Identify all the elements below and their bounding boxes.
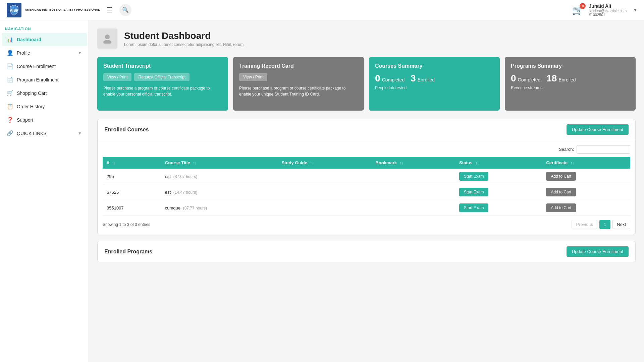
prev-page-button[interactable]: Previous [572, 220, 597, 229]
courses-stat-row: 0 Completed 3 Enrolled [375, 73, 494, 84]
col-bookmark: Bookmark ↑↓ [371, 157, 455, 169]
user-id: #1002501 [589, 13, 605, 17]
avatar [97, 28, 117, 49]
nav-label: NAVIGATION [0, 23, 89, 33]
course-icon: 📄 [7, 63, 13, 69]
user-info[interactable]: Junaid Ali student@example.com #1002501 [589, 3, 627, 17]
transcript-request-button[interactable]: Request Official Transcript [134, 73, 190, 81]
transcript-card: Student Transcript View / Print Request … [97, 57, 228, 111]
shopping-cart-icon: 🛒 [7, 90, 13, 96]
sidebar-item-label: Course Enrollment [17, 64, 82, 69]
cart-badge: 0 [580, 3, 586, 9]
menu-button[interactable]: ☰ [107, 6, 113, 14]
col-num: # ↑↓ [103, 157, 161, 169]
courses-stats: 0 Completed 3 Enrolled People Interested [375, 73, 494, 90]
training-view-print-button[interactable]: View / Print [239, 73, 267, 81]
svg-point-2 [103, 40, 111, 44]
programs-enrolled-num: 18 [546, 73, 557, 84]
courses-completed-label: Completed [382, 77, 405, 82]
table-footer: Showing 1 to 3 of 3 entries Previous 1 N… [103, 220, 630, 229]
sidebar-item-label: Support [17, 117, 82, 123]
dashboard-title-group: Student Dashboard Lorem ipsum dolor sit … [124, 31, 245, 47]
page-subtitle: Lorem ipsum dolor sit amet consectetur a… [124, 42, 245, 47]
link-icon: 🔗 [7, 130, 13, 136]
chevron-down-icon: ▼ [78, 51, 82, 55]
cell-status: Start Exam [455, 184, 542, 200]
courses-sub-label: People Interested [375, 85, 494, 90]
sidebar: NAVIGATION 📊 Dashboard 👤 Profile ▼ 📄 Cou… [0, 20, 89, 362]
sidebar-item-label: Order History [17, 104, 82, 109]
training-card: Training Record Card View / Print Please… [233, 57, 364, 111]
profile-icon: 👤 [7, 50, 13, 56]
logo-shield: AISP [7, 3, 21, 17]
logo-area: AISP AMERICAN INSTITUTE OF SAFETY PROFES… [7, 3, 100, 17]
sidebar-item-support[interactable]: ❓ Support [2, 113, 87, 126]
sidebar-item-dashboard[interactable]: 📊 Dashboard [2, 33, 87, 46]
add-to-cart-button[interactable]: Add to Cart [546, 172, 576, 181]
cell-guide [277, 184, 371, 200]
user-name: Junaid Ali [589, 3, 611, 9]
sidebar-item-order-history[interactable]: 📋 Order History [2, 100, 87, 113]
dashboard-header: Student Dashboard Lorem ipsum dolor sit … [97, 28, 636, 49]
sidebar-item-course-enrollment[interactable]: 📄 Course Enrollment [2, 60, 87, 73]
page-title: Student Dashboard [124, 31, 245, 41]
add-to-cart-button[interactable]: Add to Cart [546, 188, 576, 196]
sidebar-item-program-enrollment[interactable]: 📄 Program Enrollment [2, 73, 87, 86]
enrolled-courses-table-container: Search: # ↑↓ Course Title ↑↓ Study Guide… [97, 140, 636, 234]
start-exam-button[interactable]: Start Exam [459, 203, 488, 212]
courses-enrolled-label: Enrolled [418, 77, 435, 82]
table-search-area: Search: [103, 145, 630, 154]
sidebar-item-label: Profile [17, 50, 74, 56]
cell-certificate: Add to Cart [542, 200, 630, 216]
cell-num: 67525 [103, 184, 161, 200]
programs-completed-label: Completed [518, 77, 541, 82]
courses-summary-title: Courses Summary [375, 63, 494, 69]
dashboard-icon: 📊 [7, 36, 13, 43]
courses-summary-card: Courses Summary 0 Completed 3 Enrolled P… [369, 57, 500, 111]
showing-text: Showing 1 to 3 of 3 entries [103, 222, 150, 227]
sidebar-item-shopping-cart[interactable]: 🛒 Shopping Cart [2, 86, 87, 100]
enrolled-programs-header: Enrolled Programs Update Course Enrollme… [97, 241, 636, 262]
user-dropdown-arrow[interactable]: ▼ [633, 8, 637, 12]
sidebar-item-label: Shopping Cart [17, 90, 82, 96]
programs-stat-row: 0 Completed 18 Enrolled [511, 73, 630, 84]
update-course-enrollment-button[interactable]: Update Course Enrollment [567, 124, 629, 135]
training-card-actions: View / Print [239, 73, 358, 81]
cell-bookmark [371, 200, 455, 216]
transcript-view-print-button[interactable]: View / Print [103, 73, 131, 81]
cart-button[interactable]: 🛒 0 [572, 4, 584, 15]
support-icon: ❓ [7, 117, 13, 123]
col-guide: Study Guide ↑↓ [277, 157, 371, 169]
header-icons: ☰ 🔍 [107, 4, 131, 16]
search-input[interactable] [577, 145, 630, 154]
header: AISP AMERICAN INSTITUTE OF SAFETY PROFES… [0, 0, 644, 20]
sidebar-item-quick-links[interactable]: 🔗 QUICK LINKS ▼ [2, 127, 87, 140]
training-card-title: Training Record Card [239, 63, 358, 69]
page-1-button[interactable]: 1 [599, 220, 610, 229]
search-button[interactable]: 🔍 [119, 4, 131, 16]
layout: NAVIGATION 📊 Dashboard 👤 Profile ▼ 📄 Cou… [0, 20, 644, 362]
sidebar-item-profile[interactable]: 👤 Profile ▼ [2, 46, 87, 59]
table-row: 67525 est (14.47 hours) Start Exam Add t… [103, 184, 630, 200]
add-to-cart-button[interactable]: Add to Cart [546, 203, 576, 212]
cell-num: 295 [103, 169, 161, 184]
program-icon: 📄 [7, 76, 13, 83]
update-programs-enrollment-button[interactable]: Update Course Enrollment [567, 246, 629, 257]
start-exam-button[interactable]: Start Exam [459, 188, 488, 196]
programs-summary-title: Programs Summary [511, 63, 630, 69]
start-exam-button[interactable]: Start Exam [459, 172, 488, 181]
enrolled-courses-title: Enrolled Courses [104, 127, 149, 133]
summary-cards: Student Transcript View / Print Request … [97, 57, 636, 111]
cell-guide [277, 169, 371, 184]
logo-text: AMERICAN INSTITUTE OF SAFETY PROFESSIONA… [25, 8, 100, 12]
hamburger-icon: ☰ [107, 6, 113, 14]
courses-enrolled-num: 3 [411, 73, 416, 84]
sidebar-item-label: Program Enrollment [17, 77, 82, 82]
next-page-button[interactable]: Next [612, 220, 630, 229]
enrolled-programs-title: Enrolled Programs [104, 249, 152, 255]
search-label: Search: [559, 147, 574, 152]
table-header-row: # ↑↓ Course Title ↑↓ Study Guide ↑↓ Book… [103, 157, 630, 169]
transcript-card-title: Student Transcript [103, 63, 222, 69]
table-row: 295 est (37.67 hours) Start Exam Add to … [103, 169, 630, 184]
chevron-down-icon-2: ▼ [78, 131, 82, 136]
